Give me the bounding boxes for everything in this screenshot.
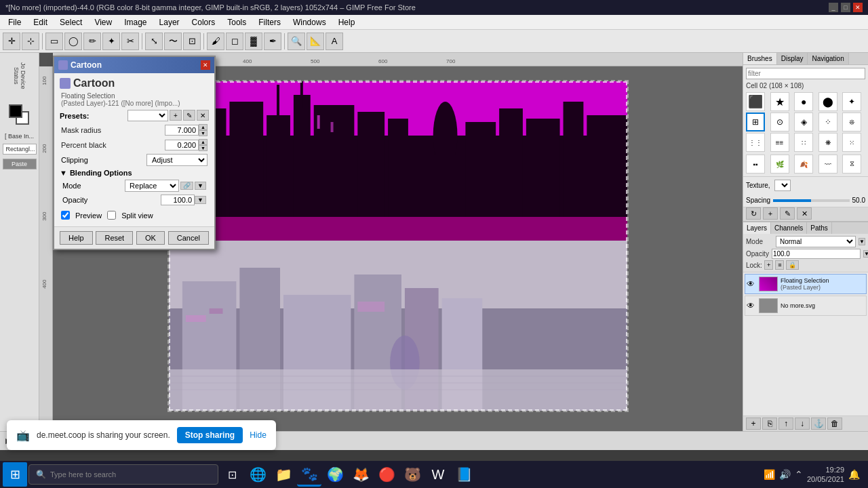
network-tray-icon[interactable]: 📶 (764, 469, 775, 480)
tab-paths[interactable]: Paths (807, 222, 832, 234)
tab-display[interactable]: Display (777, 53, 808, 64)
layer-eye-1[interactable]: 👁 (747, 279, 756, 289)
brush-cell-17[interactable]: 🌿 (770, 155, 789, 174)
taskbar-chrome-icon[interactable]: 🌍 (323, 462, 347, 487)
blend-mode-chain[interactable]: 🔗 (180, 182, 193, 190)
brush-cell-16[interactable]: ▪▪ (746, 155, 765, 174)
brush-cell-8[interactable]: ◈ (794, 113, 813, 131)
canvas-image[interactable] (167, 80, 629, 412)
brush-cell-10[interactable]: ❊ (842, 113, 861, 131)
blend-opacity-input[interactable] (161, 195, 195, 205)
mask-radius-up[interactable]: ▲ (199, 124, 208, 130)
cartoon-close-button[interactable]: ✕ (201, 60, 210, 70)
brush-delete-button[interactable]: ✕ (797, 207, 812, 220)
menu-file[interactable]: File (3, 16, 26, 28)
minimize-button[interactable]: _ (829, 3, 838, 12)
texture-select[interactable] (774, 180, 791, 191)
tool-perspective[interactable]: ⊡ (183, 33, 201, 50)
system-tray-icon[interactable]: ⌃ (795, 469, 803, 480)
layer-delete-button[interactable]: 🗑 (827, 418, 842, 430)
menu-image[interactable]: Image (119, 16, 152, 28)
menu-select[interactable]: Select (54, 16, 87, 28)
tool-alignment[interactable]: ⊹ (22, 33, 39, 50)
brush-cell-13[interactable]: ∷ (794, 133, 813, 152)
taskbar-gimp-icon[interactable]: 🐾 (297, 462, 321, 487)
mask-radius-down[interactable]: ▼ (199, 130, 208, 136)
spacing-slider[interactable] (773, 199, 849, 202)
lock-pixels-button[interactable]: ≡ (775, 260, 784, 270)
layer-duplicate-button[interactable]: ⎘ (762, 418, 777, 430)
dialog-ok-button[interactable]: OK (136, 231, 165, 245)
menu-tools[interactable]: Tools (222, 16, 252, 28)
brush-cell-2[interactable]: ★ (770, 92, 789, 111)
brush-cell-6[interactable]: ⊞ (746, 113, 765, 131)
taskbar-bear-icon[interactable]: 🐻 (400, 462, 425, 487)
split-view-checkbox[interactable] (107, 211, 116, 220)
tool-rect-select[interactable]: ▭ (45, 33, 63, 50)
taskbar-explorer-icon[interactable]: 📁 (271, 462, 296, 487)
tool-move[interactable]: ✛ (3, 33, 20, 50)
notifications-tray-icon[interactable]: 🔔 (848, 469, 860, 480)
preset-edit-button[interactable]: ✎ (183, 110, 195, 121)
tab-layers[interactable]: Layers (743, 222, 771, 234)
percent-black-down[interactable]: ▼ (199, 145, 208, 151)
tool-fill[interactable]: ▓ (245, 33, 262, 50)
clock[interactable]: 19:29 20/05/2021 (807, 465, 844, 485)
search-bar[interactable]: 🔍 Type here to search (28, 464, 218, 485)
menu-windows[interactable]: Windows (288, 16, 332, 28)
layer-item-svg[interactable]: 👁 No more.svg (745, 296, 867, 316)
preview-checkbox[interactable] (61, 211, 70, 220)
maximize-button[interactable]: □ (841, 3, 850, 12)
blend-mode-select[interactable]: Replace Normal (125, 180, 179, 192)
title-bar-controls[interactable]: _ □ ✕ (829, 3, 863, 12)
stop-sharing-button[interactable]: Stop sharing (177, 427, 243, 443)
tab-channels[interactable]: Channels (771, 222, 807, 234)
tab-navigation[interactable]: Navigation (808, 53, 848, 64)
lock-all-button[interactable]: 🔒 (786, 260, 799, 270)
tool-free-select[interactable]: ✏ (83, 33, 101, 50)
tool-warp[interactable]: 〜 (164, 33, 182, 50)
layers-mode-select[interactable]: Normal Multiply Screen (776, 236, 856, 247)
layer-down-button[interactable]: ↓ (795, 418, 810, 430)
tool-text[interactable]: A (326, 33, 343, 50)
layers-opacity-input[interactable] (772, 249, 861, 259)
presets-select[interactable] (127, 110, 168, 121)
brush-cell-14[interactable]: ❋ (818, 133, 837, 152)
menu-layer[interactable]: Layer (154, 16, 185, 28)
tool-ink[interactable]: ✒ (264, 33, 281, 50)
layers-mode-down[interactable]: ▼ (859, 238, 865, 245)
brush-cell-4[interactable]: ⬤ (818, 92, 837, 111)
brush-cell-1[interactable]: ⬛ (746, 92, 765, 111)
menu-help[interactable]: Help (333, 16, 361, 28)
preset-delete-button[interactable]: ✕ (197, 110, 209, 121)
brush-cell-11[interactable]: ⋮⋮ (746, 133, 765, 152)
brush-cell-5[interactable]: ✦ (842, 92, 861, 111)
layer-new-button[interactable]: + (746, 418, 761, 430)
menu-colors[interactable]: Colors (186, 16, 221, 28)
brush-cell-19[interactable]: 〰 (818, 155, 837, 174)
menu-edit[interactable]: Edit (28, 16, 53, 28)
brush-cell-3[interactable]: ● (794, 92, 813, 111)
dialog-reset-button[interactable]: Reset (96, 231, 133, 245)
tool-eraser[interactable]: ◻ (226, 33, 243, 50)
layers-opacity-down[interactable]: ▼ (863, 250, 868, 258)
mask-radius-input[interactable] (165, 125, 199, 136)
brush-add-button[interactable]: + (763, 207, 778, 220)
taskbar-edge-icon[interactable]: 🌐 (245, 462, 270, 487)
hide-button[interactable]: Hide (250, 430, 267, 440)
paste-label[interactable]: Paste (3, 159, 37, 169)
close-button[interactable]: ✕ (853, 3, 863, 12)
menu-view[interactable]: View (89, 16, 117, 28)
brush-cell-12[interactable]: ≡≡ (770, 133, 789, 152)
brush-filter-input[interactable] (746, 68, 865, 79)
foreground-color[interactable] (9, 104, 22, 118)
brush-edit-button[interactable]: ✎ (780, 207, 795, 220)
tool-zoom[interactable]: 🔍 (288, 33, 305, 50)
clipping-select[interactable]: Adjust Clip (146, 154, 208, 166)
layer-anchor-button[interactable]: ⚓ (811, 418, 826, 430)
taskbar-app-red-icon[interactable]: 🔴 (374, 462, 399, 487)
brush-refresh-button[interactable]: ↻ (746, 207, 761, 220)
dialog-help-button[interactable]: Help (60, 231, 93, 245)
percent-black-up[interactable]: ▲ (199, 139, 208, 145)
menu-filters[interactable]: Filters (253, 16, 286, 28)
